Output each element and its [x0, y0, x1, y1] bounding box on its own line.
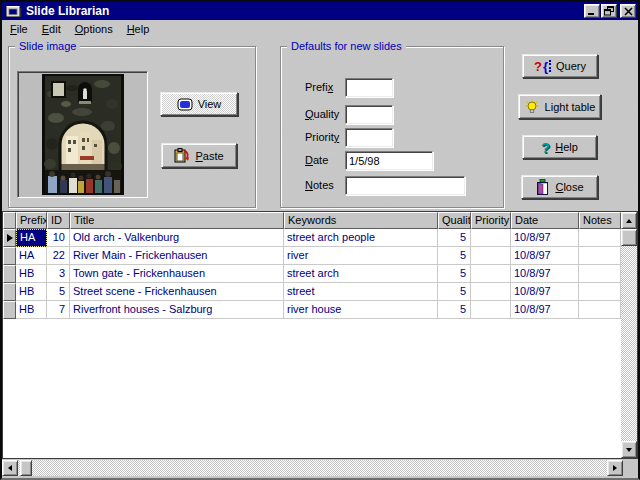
- cell-priority[interactable]: [471, 301, 511, 319]
- cell-notes[interactable]: [579, 301, 621, 319]
- prefix-field[interactable]: [345, 78, 393, 97]
- horizontal-scroll-track[interactable]: [32, 460, 607, 476]
- close-button[interactable]: [620, 4, 636, 18]
- cell-id[interactable]: 7: [47, 301, 70, 319]
- horizontal-scrollbar[interactable]: [2, 460, 623, 476]
- vertical-scroll-thumb[interactable]: [621, 229, 637, 246]
- cell-priority[interactable]: [471, 265, 511, 283]
- paste-button[interactable]: Paste: [161, 143, 237, 168]
- priority-label: Priority: [305, 131, 339, 143]
- close-action-button-label: Close: [555, 181, 583, 193]
- light-table-button-label: Light table: [545, 101, 596, 113]
- cell-title[interactable]: River Main - Frickenhausen: [70, 247, 284, 265]
- cell-id[interactable]: 10: [47, 229, 70, 247]
- cell-quality[interactable]: 5: [438, 283, 471, 301]
- cell-title[interactable]: Street scene - Frickenhausen: [70, 283, 284, 301]
- quality-label: Quality: [305, 108, 339, 120]
- column-header-title[interactable]: Title: [70, 212, 284, 229]
- close-action-button[interactable]: Close: [521, 175, 598, 199]
- vertical-scroll-track[interactable]: [621, 246, 637, 441]
- cell-id[interactable]: 22: [47, 247, 70, 265]
- horizontal-scroll-thumb[interactable]: [20, 460, 32, 476]
- cell-date[interactable]: 10/8/97: [511, 283, 579, 301]
- scroll-up-button[interactable]: [621, 212, 637, 229]
- cell-quality[interactable]: 5: [438, 247, 471, 265]
- cell-date[interactable]: 10/8/97: [511, 229, 579, 247]
- scroll-right-button[interactable]: [607, 460, 623, 476]
- priority-field[interactable]: [345, 128, 393, 147]
- cell-quality[interactable]: 5: [438, 265, 471, 283]
- paste-clipboard-icon: [174, 148, 190, 163]
- cell-priority[interactable]: [471, 229, 511, 247]
- notes-label: Notes: [305, 179, 334, 191]
- cell-id[interactable]: 5: [47, 283, 70, 301]
- menu-file[interactable]: File: [3, 21, 35, 37]
- cell-quality[interactable]: 5: [438, 301, 471, 319]
- date-field[interactable]: [345, 151, 433, 170]
- defaults-group: Defaults for new slides Prefix Quality P…: [280, 46, 504, 208]
- scrollbar-corner: [623, 460, 638, 476]
- cell-date[interactable]: 10/8/97: [511, 265, 579, 283]
- quality-field[interactable]: [345, 105, 393, 124]
- table-row: HB 3 Town gate - Frickenhausen street ar…: [3, 265, 621, 283]
- cell-prefix[interactable]: HB: [16, 265, 47, 283]
- column-header-keywords[interactable]: Keywords: [284, 212, 438, 229]
- cell-priority[interactable]: [471, 283, 511, 301]
- menu-edit[interactable]: Edit: [35, 21, 68, 37]
- client-area: Slide image: [2, 38, 638, 478]
- table-row: HA 10 Old arch - Valkenburg street arch …: [3, 229, 621, 247]
- window-title: Slide Librarian: [22, 4, 583, 18]
- table-row: HB 5 Street scene - Frickenhausen street…: [3, 283, 621, 301]
- minimize-button[interactable]: [584, 4, 600, 18]
- cell-notes[interactable]: [579, 247, 621, 265]
- cell-prefix-selected[interactable]: HA: [16, 229, 47, 247]
- view-icon: [177, 98, 193, 111]
- column-header-date[interactable]: Date: [511, 212, 579, 229]
- cell-keywords[interactable]: river house: [284, 301, 438, 319]
- slides-grid: Prefix ID Title Keywords Quality Priorit…: [2, 211, 638, 459]
- scroll-down-button[interactable]: [621, 441, 637, 458]
- cell-keywords[interactable]: river: [284, 247, 438, 265]
- help-button-label: Help: [555, 141, 578, 153]
- menu-options[interactable]: Options: [68, 21, 120, 37]
- cell-keywords[interactable]: street arch people: [284, 229, 438, 247]
- cell-title[interactable]: Town gate - Frickenhausen: [70, 265, 284, 283]
- menu-help[interactable]: Help: [120, 21, 157, 37]
- slide-photo-frame: [17, 71, 148, 198]
- cell-notes[interactable]: [579, 283, 621, 301]
- light-table-button[interactable]: Light table: [518, 94, 601, 119]
- query-button[interactable]: ?{ Query: [522, 54, 598, 78]
- notes-field[interactable]: [345, 176, 465, 195]
- cell-date[interactable]: 10/8/97: [511, 247, 579, 265]
- cell-id[interactable]: 3: [47, 265, 70, 283]
- restore-button[interactable]: [601, 4, 617, 18]
- column-header-id[interactable]: ID: [47, 212, 70, 229]
- query-icon: ?{: [534, 60, 551, 73]
- scroll-left-button[interactable]: [2, 460, 18, 476]
- vertical-scrollbar[interactable]: [621, 212, 637, 458]
- column-header-quality[interactable]: Quality: [438, 212, 471, 229]
- cell-quality[interactable]: 5: [438, 229, 471, 247]
- cell-priority[interactable]: [471, 247, 511, 265]
- cell-prefix[interactable]: HB: [16, 301, 47, 319]
- column-header-prefix[interactable]: Prefix: [16, 212, 47, 229]
- cell-prefix[interactable]: HA: [16, 247, 47, 265]
- cell-date[interactable]: 10/8/97: [511, 301, 579, 319]
- light-bulb-icon: [524, 99, 540, 114]
- help-button[interactable]: ? Help: [522, 135, 597, 159]
- column-header-priority[interactable]: Priority: [471, 212, 511, 229]
- record-indicator: [3, 301, 16, 319]
- cell-prefix[interactable]: HB: [16, 283, 47, 301]
- cell-keywords[interactable]: street: [284, 283, 438, 301]
- column-header-notes[interactable]: Notes: [579, 212, 621, 229]
- cell-keywords[interactable]: street arch: [284, 265, 438, 283]
- cell-notes[interactable]: [579, 229, 621, 247]
- date-label: Date: [305, 154, 328, 166]
- cell-notes[interactable]: [579, 265, 621, 283]
- cell-title[interactable]: Riverfront houses - Salzburg: [70, 301, 284, 319]
- view-button[interactable]: View: [160, 92, 238, 116]
- cell-title[interactable]: Old arch - Valkenburg: [70, 229, 284, 247]
- arrow-up-icon: [626, 219, 632, 223]
- record-indicator: [3, 265, 16, 283]
- slide-mount-icon: [5, 4, 22, 19]
